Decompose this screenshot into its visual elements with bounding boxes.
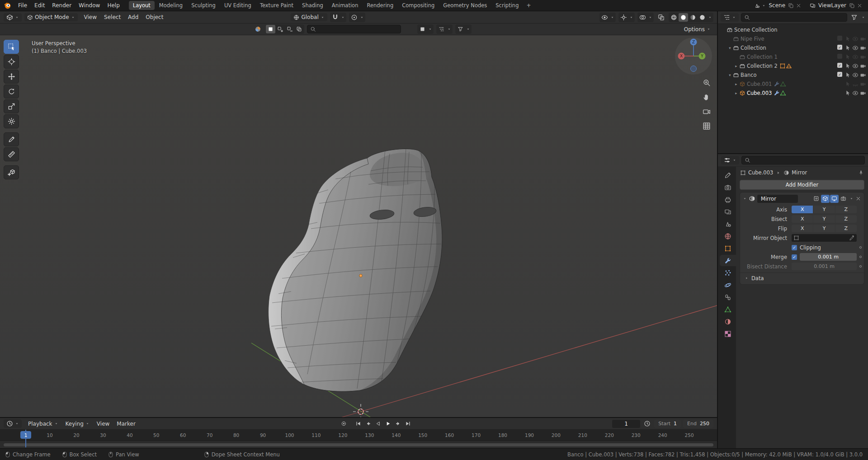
record-button[interactable] — [339, 420, 348, 428]
viewport-menu-view[interactable]: View — [80, 13, 100, 22]
outliner-row-collection-1[interactable]: Collection 1 — [718, 52, 868, 61]
display-mode-button[interactable] — [418, 25, 427, 33]
properties-tab-material[interactable] — [720, 316, 736, 327]
properties-tab-output[interactable] — [720, 194, 736, 205]
viewport-hand-button[interactable] — [703, 93, 711, 103]
outliner-search-input[interactable] — [752, 14, 844, 21]
previous-keyframe-button[interactable] — [363, 420, 373, 428]
options-dropdown[interactable]: Options — [681, 25, 713, 33]
workspace-tab-modeling[interactable]: Modeling — [155, 1, 187, 10]
navigation-gizmo[interactable]: Z X Y — [675, 37, 712, 75]
new-view-layer-button[interactable] — [849, 3, 855, 9]
exclude-checkbox[interactable] — [837, 63, 842, 68]
bisect-z-toggle[interactable]: Z — [835, 215, 857, 223]
timeline-editor-type-button[interactable] — [4, 419, 22, 428]
filter-dropdown[interactable] — [465, 25, 471, 33]
outliner-row-cube-001[interactable]: ▸Cube.001 — [718, 80, 868, 89]
remove-scene-button[interactable] — [796, 3, 802, 9]
exclude-checkbox[interactable] — [837, 72, 842, 77]
tool-search-field[interactable] — [307, 25, 401, 33]
properties-tab-particles[interactable] — [720, 267, 736, 278]
playhead[interactable]: 1 — [20, 431, 31, 439]
blender-logo[interactable] — [4, 1, 12, 9]
workspace-tab-geometry-nodes[interactable]: Geometry Nodes — [439, 1, 491, 10]
merge-threshold-field[interactable]: 0.001 m — [800, 253, 857, 261]
flip-x-toggle[interactable]: X — [792, 225, 813, 232]
outliner-row-collection[interactable]: ▾Collection — [718, 43, 868, 52]
proportional-falloff-dropdown[interactable] — [359, 13, 365, 22]
timeline-ruler[interactable]: 1020304050607080901001101201301401501601… — [0, 430, 717, 441]
modifier-name-field[interactable]: Mirror — [757, 195, 798, 203]
expander-icon[interactable]: ▾ — [727, 46, 733, 50]
viewport-grid-button[interactable] — [703, 122, 711, 131]
view-layer-selector[interactable]: ViewLayer — [808, 1, 864, 9]
outliner-row-scene-collection[interactable]: Scene Collection — [718, 25, 868, 34]
properties-tab-texture[interactable] — [720, 328, 736, 339]
bisect-y-toggle[interactable]: Y — [813, 215, 835, 223]
jump-to-start-button[interactable] — [354, 420, 363, 428]
snap-toggle-button[interactable] — [330, 13, 340, 22]
timeline-menu-playback[interactable]: Playback — [24, 419, 62, 428]
toggle-realtime-button[interactable] — [830, 195, 839, 203]
tool-select-box[interactable] — [4, 40, 19, 54]
select-mode-subtract-button[interactable] — [285, 25, 294, 33]
workspace-tab-layout[interactable]: Layout — [129, 1, 155, 10]
flip-y-toggle[interactable]: Y — [813, 225, 835, 232]
properties-tab-render[interactable] — [720, 182, 736, 193]
timeline-menu-marker[interactable]: Marker — [113, 419, 139, 428]
properties-tab-constraints[interactable] — [720, 291, 736, 303]
object-type-visibility-button[interactable] — [600, 13, 609, 22]
shading-wireframe-button[interactable] — [669, 13, 679, 22]
shading-rendered-button[interactable] — [698, 13, 707, 22]
transform-orientation-dropdown[interactable]: Global — [291, 13, 327, 21]
shading-solid-button[interactable] — [679, 13, 688, 22]
mirror-object-field[interactable] — [792, 234, 857, 242]
outliner-row-nipe-five[interactable]: Nipe Five — [718, 34, 868, 43]
frame-end-field[interactable]: End 250 — [683, 420, 713, 428]
outliner-search-field[interactable] — [741, 13, 847, 22]
outliner-row-banco[interactable]: ▾Banco — [718, 70, 868, 80]
workspace-tab-animation[interactable]: Animation — [328, 1, 363, 10]
expander-icon[interactable]: ▾ — [727, 73, 733, 77]
new-scene-button[interactable] — [788, 3, 794, 9]
current-frame-field[interactable]: 1 — [612, 420, 640, 428]
panel-expand-icon[interactable] — [743, 197, 747, 201]
tool-move[interactable] — [4, 70, 19, 84]
eyedropper-icon[interactable] — [849, 235, 855, 241]
shading-material-button[interactable] — [688, 13, 698, 22]
axis-y-toggle[interactable]: Y — [813, 206, 835, 213]
properties-tab-modifiers[interactable] — [720, 255, 736, 266]
menu-render[interactable]: Render — [48, 1, 75, 10]
workspace-tab-sculpting[interactable]: Sculpting — [187, 1, 220, 10]
properties-tab-view-layer[interactable] — [720, 206, 736, 217]
merge-checkbox[interactable] — [792, 254, 797, 260]
tool-cursor[interactable] — [4, 55, 19, 69]
viewport-menu-add[interactable]: Add — [124, 13, 142, 22]
display-mode-dropdown[interactable] — [427, 25, 433, 33]
viewport-menu-select[interactable]: Select — [100, 13, 124, 22]
decorator-dot[interactable] — [859, 265, 862, 268]
scene-selector[interactable]: Scene — [752, 1, 803, 9]
exclude-checkbox[interactable] — [837, 54, 842, 59]
play-reverse-button[interactable] — [373, 420, 382, 428]
outliner-row-collection-2[interactable]: ▸Collection 2 — [718, 61, 868, 70]
properties-search-field[interactable] — [741, 156, 865, 164]
tool-scale[interactable] — [4, 99, 19, 113]
outliner-row-cube-003[interactable]: ▸Cube.003 — [718, 89, 868, 98]
viewport-menu-object[interactable]: Object — [142, 13, 167, 22]
select-mode-intersect-button[interactable] — [294, 25, 304, 33]
shading-dropdown[interactable] — [707, 13, 713, 22]
jump-to-end-button[interactable] — [403, 420, 412, 428]
editor-type-button[interactable] — [4, 13, 22, 22]
properties-tab-object-data[interactable] — [720, 304, 736, 315]
properties-search-input[interactable] — [753, 157, 862, 164]
breadcrumb-modifier[interactable]: Mirror — [792, 169, 807, 176]
menu-file[interactable]: File — [14, 1, 31, 10]
properties-tab-physics[interactable] — [720, 279, 736, 291]
clipping-checkbox[interactable] — [792, 245, 797, 250]
outliner-filter-button[interactable] — [849, 13, 859, 22]
properties-tab-tool[interactable] — [720, 169, 736, 181]
properties-tab-object[interactable] — [720, 243, 736, 254]
remove-view-layer-button[interactable] — [857, 3, 863, 9]
active-tool-button[interactable] — [253, 25, 263, 33]
